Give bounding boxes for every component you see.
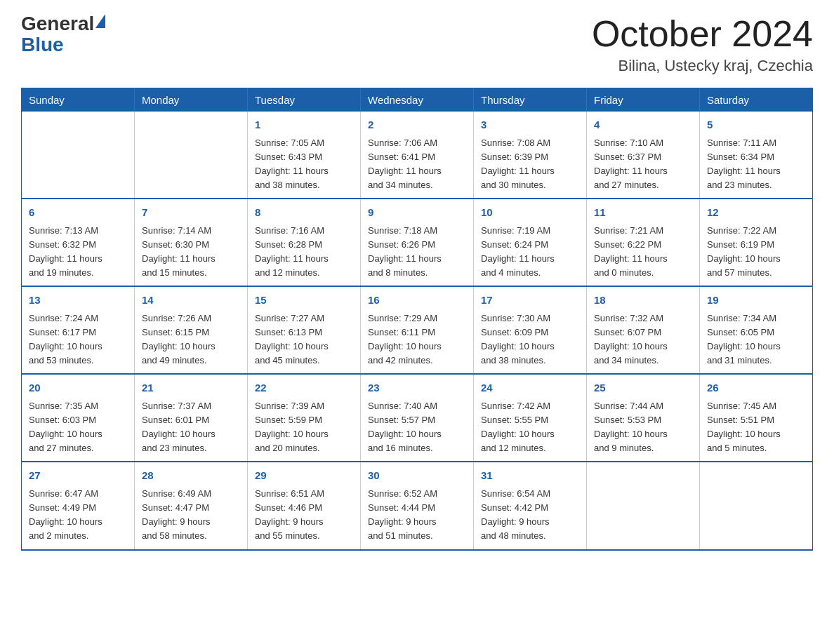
calendar-cell: 3Sunrise: 7:08 AM Sunset: 6:39 PM Daylig… [474,112,587,199]
day-number: 16 [368,293,466,309]
day-info: Sunrise: 7:32 AM Sunset: 6:07 PM Dayligh… [594,311,692,368]
calendar-header-row: SundayMondayTuesdayWednesdayThursdayFrid… [22,88,813,112]
day-number: 7 [142,205,240,221]
day-number: 28 [142,468,240,484]
day-info: Sunrise: 7:34 AM Sunset: 6:05 PM Dayligh… [707,311,805,368]
day-info: Sunrise: 7:30 AM Sunset: 6:09 PM Dayligh… [481,311,579,368]
calendar-cell: 31Sunrise: 6:54 AM Sunset: 4:42 PM Dayli… [474,462,587,549]
calendar-table: SundayMondayTuesdayWednesdayThursdayFrid… [21,88,813,550]
calendar-cell [587,462,700,549]
header-tuesday: Tuesday [248,88,361,112]
day-number: 18 [594,293,692,309]
day-info: Sunrise: 7:26 AM Sunset: 6:15 PM Dayligh… [142,311,240,368]
day-info: Sunrise: 7:29 AM Sunset: 6:11 PM Dayligh… [368,311,466,368]
page-header: General Blue October 2024 Bilina, Usteck… [21,14,813,75]
day-info: Sunrise: 7:22 AM Sunset: 6:19 PM Dayligh… [707,224,805,281]
day-info: Sunrise: 7:13 AM Sunset: 6:32 PM Dayligh… [29,224,127,281]
month-title: October 2024 [592,14,813,54]
day-number: 25 [594,380,692,396]
day-info: Sunrise: 7:19 AM Sunset: 6:24 PM Dayligh… [481,224,579,281]
week-row-4: 27Sunrise: 6:47 AM Sunset: 4:49 PM Dayli… [22,462,813,549]
calendar-cell: 17Sunrise: 7:30 AM Sunset: 6:09 PM Dayli… [474,286,587,374]
day-number: 6 [29,205,127,221]
day-number: 9 [368,205,466,221]
week-row-3: 20Sunrise: 7:35 AM Sunset: 6:03 PM Dayli… [22,374,813,462]
day-number: 20 [29,380,127,396]
week-row-2: 13Sunrise: 7:24 AM Sunset: 6:17 PM Dayli… [22,286,813,374]
day-number: 5 [707,117,805,133]
day-number: 2 [368,117,466,133]
day-info: Sunrise: 7:39 AM Sunset: 5:59 PM Dayligh… [255,399,353,456]
day-info: Sunrise: 6:49 AM Sunset: 4:47 PM Dayligh… [142,487,240,544]
day-number: 15 [255,293,353,309]
day-info: Sunrise: 7:16 AM Sunset: 6:28 PM Dayligh… [255,224,353,281]
logo-general-text: General [21,14,94,34]
day-number: 31 [481,468,579,484]
day-number: 14 [142,293,240,309]
calendar-cell: 8Sunrise: 7:16 AM Sunset: 6:28 PM Daylig… [248,199,361,286]
calendar-cell [22,112,135,199]
day-number: 8 [255,205,353,221]
calendar-cell: 14Sunrise: 7:26 AM Sunset: 6:15 PM Dayli… [135,286,248,374]
title-area: October 2024 Bilina, Ustecky kraj, Czech… [592,14,813,75]
day-info: Sunrise: 7:10 AM Sunset: 6:37 PM Dayligh… [594,136,692,193]
day-info: Sunrise: 7:18 AM Sunset: 6:26 PM Dayligh… [368,224,466,281]
calendar-cell: 29Sunrise: 6:51 AM Sunset: 4:46 PM Dayli… [248,462,361,549]
calendar-cell: 26Sunrise: 7:45 AM Sunset: 5:51 PM Dayli… [700,374,813,462]
day-info: Sunrise: 7:11 AM Sunset: 6:34 PM Dayligh… [707,136,805,193]
day-number: 10 [481,205,579,221]
day-info: Sunrise: 7:21 AM Sunset: 6:22 PM Dayligh… [594,224,692,281]
header-friday: Friday [587,88,700,112]
day-info: Sunrise: 7:08 AM Sunset: 6:39 PM Dayligh… [481,136,579,193]
calendar-cell: 23Sunrise: 7:40 AM Sunset: 5:57 PM Dayli… [361,374,474,462]
day-number: 11 [594,205,692,221]
day-number: 24 [481,380,579,396]
calendar-cell: 6Sunrise: 7:13 AM Sunset: 6:32 PM Daylig… [22,199,135,286]
header-monday: Monday [135,88,248,112]
calendar-cell: 1Sunrise: 7:05 AM Sunset: 6:43 PM Daylig… [248,112,361,199]
calendar-cell: 11Sunrise: 7:21 AM Sunset: 6:22 PM Dayli… [587,199,700,286]
logo-blue-text: Blue [21,34,64,55]
calendar-cell: 18Sunrise: 7:32 AM Sunset: 6:07 PM Dayli… [587,286,700,374]
day-info: Sunrise: 7:42 AM Sunset: 5:55 PM Dayligh… [481,399,579,456]
calendar-cell: 5Sunrise: 7:11 AM Sunset: 6:34 PM Daylig… [700,112,813,199]
calendar-cell: 30Sunrise: 6:52 AM Sunset: 4:44 PM Dayli… [361,462,474,549]
day-info: Sunrise: 7:37 AM Sunset: 6:01 PM Dayligh… [142,399,240,456]
day-info: Sunrise: 7:05 AM Sunset: 6:43 PM Dayligh… [255,136,353,193]
calendar-cell: 21Sunrise: 7:37 AM Sunset: 6:01 PM Dayli… [135,374,248,462]
week-row-0: 1Sunrise: 7:05 AM Sunset: 6:43 PM Daylig… [22,112,813,199]
calendar-cell: 9Sunrise: 7:18 AM Sunset: 6:26 PM Daylig… [361,199,474,286]
calendar-cell: 28Sunrise: 6:49 AM Sunset: 4:47 PM Dayli… [135,462,248,549]
calendar-cell: 4Sunrise: 7:10 AM Sunset: 6:37 PM Daylig… [587,112,700,199]
calendar-cell: 20Sunrise: 7:35 AM Sunset: 6:03 PM Dayli… [22,374,135,462]
day-number: 22 [255,380,353,396]
day-info: Sunrise: 7:06 AM Sunset: 6:41 PM Dayligh… [368,136,466,193]
logo: General Blue [21,14,107,56]
day-info: Sunrise: 7:14 AM Sunset: 6:30 PM Dayligh… [142,224,240,281]
day-info: Sunrise: 6:54 AM Sunset: 4:42 PM Dayligh… [481,487,579,544]
day-info: Sunrise: 7:44 AM Sunset: 5:53 PM Dayligh… [594,399,692,456]
calendar-cell [700,462,813,549]
day-number: 4 [594,117,692,133]
day-number: 23 [368,380,466,396]
day-number: 13 [29,293,127,309]
logo-triangle-icon [95,14,105,28]
day-number: 26 [707,380,805,396]
week-row-1: 6Sunrise: 7:13 AM Sunset: 6:32 PM Daylig… [22,199,813,286]
day-info: Sunrise: 7:27 AM Sunset: 6:13 PM Dayligh… [255,311,353,368]
day-number: 17 [481,293,579,309]
day-info: Sunrise: 6:52 AM Sunset: 4:44 PM Dayligh… [368,487,466,544]
header-thursday: Thursday [474,88,587,112]
calendar-cell: 16Sunrise: 7:29 AM Sunset: 6:11 PM Dayli… [361,286,474,374]
day-info: Sunrise: 7:45 AM Sunset: 5:51 PM Dayligh… [707,399,805,456]
day-info: Sunrise: 6:47 AM Sunset: 4:49 PM Dayligh… [29,487,127,544]
calendar-cell: 19Sunrise: 7:34 AM Sunset: 6:05 PM Dayli… [700,286,813,374]
calendar-cell: 2Sunrise: 7:06 AM Sunset: 6:41 PM Daylig… [361,112,474,199]
calendar-cell: 13Sunrise: 7:24 AM Sunset: 6:17 PM Dayli… [22,286,135,374]
calendar-cell: 12Sunrise: 7:22 AM Sunset: 6:19 PM Dayli… [700,199,813,286]
calendar-cell [135,112,248,199]
day-number: 12 [707,205,805,221]
day-info: Sunrise: 7:24 AM Sunset: 6:17 PM Dayligh… [29,311,127,368]
calendar-cell: 10Sunrise: 7:19 AM Sunset: 6:24 PM Dayli… [474,199,587,286]
calendar-cell: 27Sunrise: 6:47 AM Sunset: 4:49 PM Dayli… [22,462,135,549]
